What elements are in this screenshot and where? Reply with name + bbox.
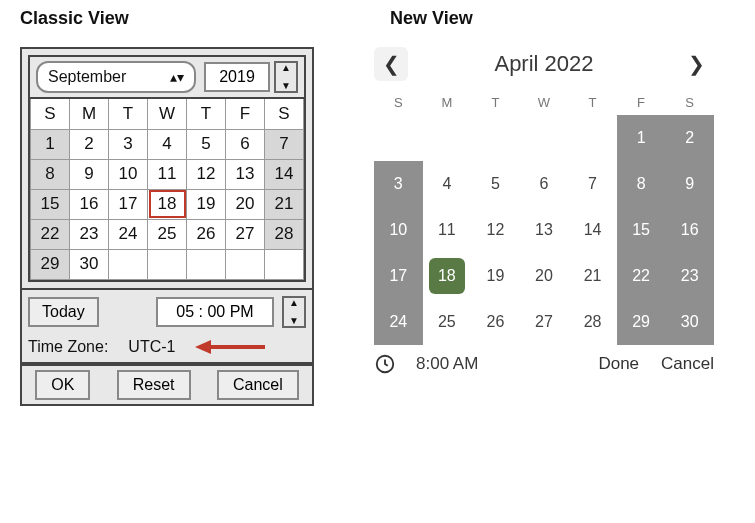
weekday-header: S [265, 99, 304, 129]
cancel-button[interactable]: Cancel [217, 370, 299, 400]
weekday-header: T [109, 99, 148, 129]
calendar-day[interactable]: 16 [665, 207, 714, 253]
calendar-day [226, 249, 265, 279]
calendar-day[interactable]: 3 [109, 129, 148, 159]
clock-icon [374, 353, 396, 375]
calendar-day[interactable]: 6 [520, 161, 569, 207]
calendar-day[interactable]: 9 [70, 159, 109, 189]
calendar-day[interactable]: 19 [187, 189, 226, 219]
calendar-day[interactable]: 11 [423, 207, 472, 253]
calendar-day[interactable]: 12 [187, 159, 226, 189]
calendar-day[interactable]: 30 [70, 249, 109, 279]
weekday-header: F [226, 99, 265, 129]
time-input[interactable] [156, 297, 274, 327]
calendar-day[interactable]: 7 [265, 129, 304, 159]
calendar-day[interactable]: 15 [31, 189, 70, 219]
timezone-value: UTC-1 [128, 338, 175, 356]
calendar-day[interactable]: 9 [665, 161, 714, 207]
calendar-day[interactable]: 20 [226, 189, 265, 219]
calendar-day[interactable]: 23 [665, 253, 714, 299]
today-button[interactable]: Today [28, 297, 99, 327]
weekday-header: S [31, 99, 70, 129]
calendar-day[interactable]: 18 [148, 189, 187, 219]
cancel-button[interactable]: Cancel [661, 354, 714, 374]
calendar-day[interactable]: 20 [520, 253, 569, 299]
next-month-button[interactable]: ❯ [680, 47, 714, 81]
calendar-day[interactable]: 29 [617, 299, 666, 345]
classic-calendar-grid: SMTWTFS 12345678910111213141516171819202… [30, 99, 304, 280]
calendar-day[interactable]: 5 [187, 129, 226, 159]
calendar-day[interactable]: 22 [31, 219, 70, 249]
calendar-day[interactable]: 3 [374, 161, 423, 207]
year-spinner[interactable]: ▲ ▼ [274, 61, 298, 93]
calendar-day[interactable]: 21 [265, 189, 304, 219]
calendar-day[interactable]: 25 [148, 219, 187, 249]
calendar-day[interactable]: 14 [265, 159, 304, 189]
heading-new: New View [390, 8, 473, 29]
calendar-day[interactable]: 8 [617, 161, 666, 207]
month-year-title: April 2022 [494, 51, 593, 77]
calendar-day[interactable]: 18 [423, 253, 472, 299]
calendar-day[interactable]: 21 [568, 253, 617, 299]
calendar-day[interactable]: 24 [374, 299, 423, 345]
select-caret-icon: ▴▾ [170, 72, 184, 82]
calendar-day[interactable]: 10 [109, 159, 148, 189]
calendar-day[interactable]: 4 [148, 129, 187, 159]
time-spinner[interactable]: ▲ ▼ [282, 296, 306, 328]
calendar-day[interactable]: 26 [471, 299, 520, 345]
calendar-day [520, 115, 569, 161]
calendar-day[interactable]: 13 [226, 159, 265, 189]
calendar-day[interactable]: 26 [187, 219, 226, 249]
calendar-day[interactable]: 10 [374, 207, 423, 253]
done-button[interactable]: Done [598, 354, 639, 374]
calendar-day [374, 115, 423, 161]
heading-classic: Classic View [20, 8, 390, 29]
calendar-day [265, 249, 304, 279]
calendar-day[interactable]: 4 [423, 161, 472, 207]
calendar-day[interactable]: 17 [109, 189, 148, 219]
year-input[interactable] [204, 62, 270, 92]
ok-button[interactable]: OK [35, 370, 90, 400]
chevron-left-icon: ❮ [383, 52, 400, 76]
calendar-day [148, 249, 187, 279]
calendar-day[interactable]: 28 [568, 299, 617, 345]
calendar-day[interactable]: 14 [568, 207, 617, 253]
calendar-day[interactable]: 5 [471, 161, 520, 207]
time-value[interactable]: 8:00 AM [416, 354, 478, 374]
calendar-day[interactable]: 17 [374, 253, 423, 299]
calendar-day[interactable]: 24 [109, 219, 148, 249]
weekday-header: S [374, 89, 423, 115]
calendar-day[interactable]: 15 [617, 207, 666, 253]
calendar-day[interactable]: 2 [70, 129, 109, 159]
calendar-day[interactable]: 30 [665, 299, 714, 345]
calendar-day[interactable]: 27 [226, 219, 265, 249]
calendar-day [109, 249, 148, 279]
calendar-day [187, 249, 226, 279]
calendar-day[interactable]: 19 [471, 253, 520, 299]
calendar-day[interactable]: 1 [617, 115, 666, 161]
month-select[interactable]: September ▴▾ [36, 61, 196, 93]
calendar-day[interactable]: 6 [226, 129, 265, 159]
calendar-day[interactable]: 12 [471, 207, 520, 253]
calendar-day[interactable]: 7 [568, 161, 617, 207]
prev-month-button[interactable]: ❮ [374, 47, 408, 81]
calendar-day[interactable]: 2 [665, 115, 714, 161]
calendar-day[interactable]: 11 [148, 159, 187, 189]
calendar-day[interactable]: 27 [520, 299, 569, 345]
weekday-header: T [187, 99, 226, 129]
calendar-day[interactable]: 23 [70, 219, 109, 249]
svg-marker-1 [195, 340, 211, 354]
calendar-day [568, 115, 617, 161]
reset-button[interactable]: Reset [117, 370, 191, 400]
weekday-header: M [423, 89, 472, 115]
calendar-day[interactable]: 28 [265, 219, 304, 249]
calendar-day[interactable]: 8 [31, 159, 70, 189]
calendar-day[interactable]: 29 [31, 249, 70, 279]
calendar-day[interactable]: 16 [70, 189, 109, 219]
spinner-up-icon: ▲ [281, 63, 291, 73]
calendar-day[interactable]: 13 [520, 207, 569, 253]
calendar-day[interactable]: 1 [31, 129, 70, 159]
calendar-day[interactable]: 22 [617, 253, 666, 299]
weekday-header: F [617, 89, 666, 115]
calendar-day[interactable]: 25 [423, 299, 472, 345]
